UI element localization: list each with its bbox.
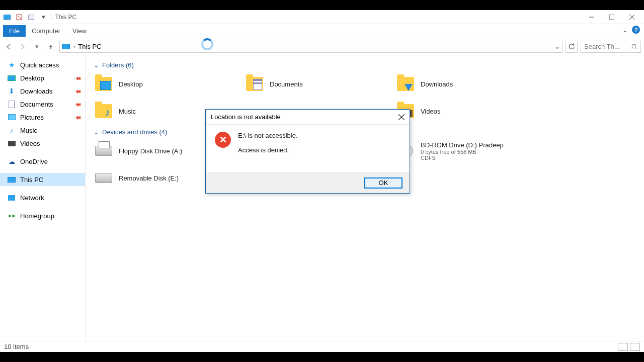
tab-file[interactable]: File [3,25,26,37]
sidebar-label: Homegroup [20,212,54,220]
status-item-count: 10 items [4,343,29,350]
search-box[interactable]: Search Th... [581,41,641,53]
dialog-title: Location is not available [211,113,281,121]
sidebar-item-this-pc[interactable]: This PC [0,173,85,186]
item-label: Videos [421,108,441,115]
pictures-icon [7,113,16,122]
sidebar-item-documents[interactable]: Documents📌 [0,98,85,111]
status-bar: 10 items [0,341,644,352]
system-menu-icon[interactable] [2,12,12,22]
view-large-icons-button[interactable] [630,343,640,351]
pc-icon [7,175,16,184]
sidebar-label: Desktop [20,74,44,82]
folder-videos[interactable]: Videos [395,100,526,122]
sidebar-label: Network [20,194,44,202]
item-label: Desktop [119,80,143,88]
folder-icon [94,101,114,121]
item-label: BD-ROM Drive (D:) Pradeep [421,141,504,149]
file-explorer-window: ▾ | This PC File Computer View ⌄ ? ▾ › T… [0,10,644,352]
folder-icon [94,74,114,94]
item-label: Floppy Disk Drive (A:) [119,147,182,155]
drive-removable[interactable]: Removable Disk (E:) [94,167,224,189]
minimize-button[interactable] [582,11,602,24]
sidebar-item-desktop[interactable]: Desktop📌 [0,71,85,84]
sidebar-item-pictures[interactable]: Pictures📌 [0,111,85,124]
sidebar-item-quick-access[interactable]: ★Quick access [0,58,85,71]
address-bar[interactable]: › This PC ⌄ [59,41,562,53]
refresh-button[interactable] [566,41,578,53]
music-icon: ♪ [7,126,16,135]
dialog-close-button[interactable] [398,114,405,120]
network-icon [7,193,16,202]
pin-icon: 📌 [74,74,82,82]
documents-icon [7,100,16,109]
star-icon: ★ [7,60,16,69]
dialog-message-2: Access is denied. [238,146,298,154]
view-details-button[interactable] [618,343,628,351]
recent-locations-button[interactable]: ▾ [31,41,42,52]
drive-icon [94,141,114,161]
drive-floppy[interactable]: Floppy Disk Drive (A:) [94,140,224,162]
group-title: Folders (6) [102,61,134,69]
folder-music[interactable]: Music [94,100,224,122]
chevron-down-icon: ⌄ [94,61,99,69]
navigation-pane: ★Quick access Desktop📌 ⬇Downloads📌 Docum… [0,55,86,341]
videos-icon [7,139,16,148]
up-button[interactable] [45,41,56,52]
tab-view[interactable]: View [66,25,93,37]
cloud-icon: ☁ [7,157,16,166]
qat-new-folder-icon[interactable] [26,12,36,22]
qat-properties-icon[interactable] [14,12,24,22]
error-dialog: Location is not available ✕ E:\ is not a… [205,109,410,194]
close-button[interactable] [622,11,642,24]
qat-customize-icon[interactable]: ▾ [38,12,48,22]
chevron-down-icon: ⌄ [94,128,99,136]
window-title: This PC [55,14,76,21]
svg-line-6 [635,48,637,49]
ribbon-expand-icon[interactable]: ⌄ [622,26,628,34]
error-icon: ✕ [215,132,231,148]
tab-computer[interactable]: Computer [26,25,66,37]
item-label: Downloads [421,80,453,88]
titlebar: ▾ | This PC [0,10,644,24]
address-dropdown-icon[interactable]: ⌄ [554,43,560,50]
sidebar-label: Videos [20,140,40,147]
folder-desktop[interactable]: Desktop [94,73,224,95]
sidebar-item-onedrive[interactable]: ☁OneDrive [0,155,85,168]
item-subtext: CDFS [421,155,504,161]
drive-bdrom[interactable]: BD-ROM Drive (D:) Pradeep 0 bytes free o… [395,140,526,162]
pin-icon: 📌 [74,100,82,108]
address-location[interactable]: This PC [78,43,101,50]
folder-documents[interactable]: Documents [245,73,375,95]
sidebar-item-network[interactable]: Network [0,191,85,204]
content-pane[interactable]: ⌄ Folders (6) Desktop Documents Download… [86,55,644,341]
item-label: Documents [270,80,303,88]
svg-point-5 [632,44,636,48]
search-icon [631,44,637,50]
sidebar-item-music[interactable]: ♪Music [0,124,85,137]
sidebar-item-homegroup[interactable]: ●●Homegroup [0,209,85,222]
back-button[interactable] [3,41,14,52]
item-label: Music [119,108,136,115]
sidebar-label: Quick access [20,61,59,69]
sidebar-label: Music [20,127,37,134]
pin-icon: 📌 [74,87,82,95]
item-subtext: 0 bytes free of 558 MB [421,149,504,155]
drive-icon [94,168,114,188]
sidebar-label: This PC [20,176,43,184]
sidebar-label: Downloads [20,87,52,95]
button-label: OK [379,179,388,187]
maximize-button[interactable] [602,11,622,24]
ribbon-tabs: File Computer View ⌄ ? [0,24,644,38]
help-icon[interactable]: ? [632,26,640,34]
pin-icon: 📌 [74,113,82,121]
ok-button[interactable]: OK [364,177,403,189]
forward-button[interactable] [17,41,28,52]
folder-icon [245,74,265,94]
folder-downloads[interactable]: Downloads [395,73,526,95]
sidebar-label: OneDrive [20,158,48,165]
group-folders-header[interactable]: ⌄ Folders (6) [94,61,636,69]
folder-icon [395,74,416,94]
sidebar-item-downloads[interactable]: ⬇Downloads📌 [0,84,85,98]
sidebar-item-videos[interactable]: Videos [0,137,85,150]
